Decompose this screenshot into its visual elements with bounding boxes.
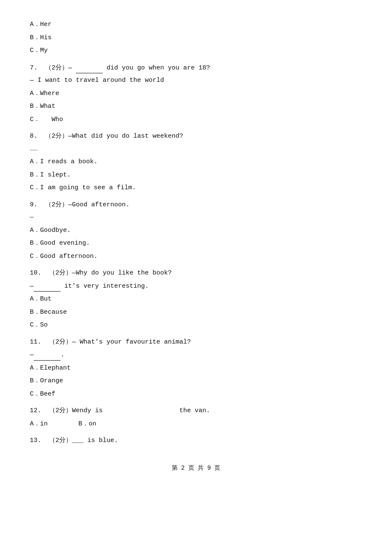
response-10: — it's very interesting. bbox=[30, 280, 362, 292]
option-b-because: B．Because bbox=[30, 307, 362, 318]
option-a-goodbye: A．Goodbye. bbox=[30, 225, 362, 236]
option-b-what: B．What bbox=[30, 101, 362, 112]
response-7: — I want to travel around the world bbox=[30, 75, 362, 86]
option-c-my: C．My bbox=[30, 45, 362, 56]
options-12-inline: A．in B．on bbox=[30, 419, 362, 430]
option-a-where: A．Where bbox=[30, 88, 362, 99]
content-area: A．Her B．His C．My 7. （2分）— did you go whe… bbox=[30, 19, 362, 446]
option-c-so: C．So bbox=[30, 320, 362, 331]
response-11: — . bbox=[30, 349, 362, 361]
option-c-beef: C．Beef bbox=[30, 389, 362, 400]
option-a-reads: A．I reads a book. bbox=[30, 156, 362, 168]
question-8: 8. （2分）—What did you do last weekend? bbox=[30, 131, 362, 142]
option-a-her: A．Her bbox=[30, 19, 362, 30]
option-a-elephant: A．Elephant bbox=[30, 363, 362, 374]
blank-11 bbox=[34, 349, 61, 361]
dash-8: …… bbox=[30, 144, 362, 155]
option-c-who: C． Who bbox=[30, 114, 362, 125]
question-13: 13. （2分）___ is blue. bbox=[30, 435, 362, 446]
option-b-slept: B．I slept. bbox=[30, 170, 362, 181]
blank-7 bbox=[76, 62, 103, 74]
question-12: 12. （2分）Wendy is the van. bbox=[30, 405, 362, 416]
option-c-afternoon: C．Good afternoon. bbox=[30, 251, 362, 262]
question-9: 9. （2分）—Good afternoon. bbox=[30, 199, 362, 211]
option-b-evening: B．Good evening. bbox=[30, 238, 362, 249]
option-a-but: A．But bbox=[30, 294, 362, 305]
option-b-orange: B．Orange bbox=[30, 376, 362, 387]
question-7: 7. （2分）— did you go when you are 18? bbox=[30, 62, 362, 74]
question-11: 11. （2分）— What's your favourite animal? bbox=[30, 337, 362, 348]
dash-9: — bbox=[30, 212, 362, 223]
question-10: 10. （2分）—Why do you like the book? bbox=[30, 268, 362, 279]
page-footer: 第 2 页 共 9 页 bbox=[30, 463, 362, 474]
option-b-his: B．His bbox=[30, 32, 362, 43]
blank-10 bbox=[34, 280, 61, 292]
option-c-film: C．I am going to see a film. bbox=[30, 182, 362, 194]
